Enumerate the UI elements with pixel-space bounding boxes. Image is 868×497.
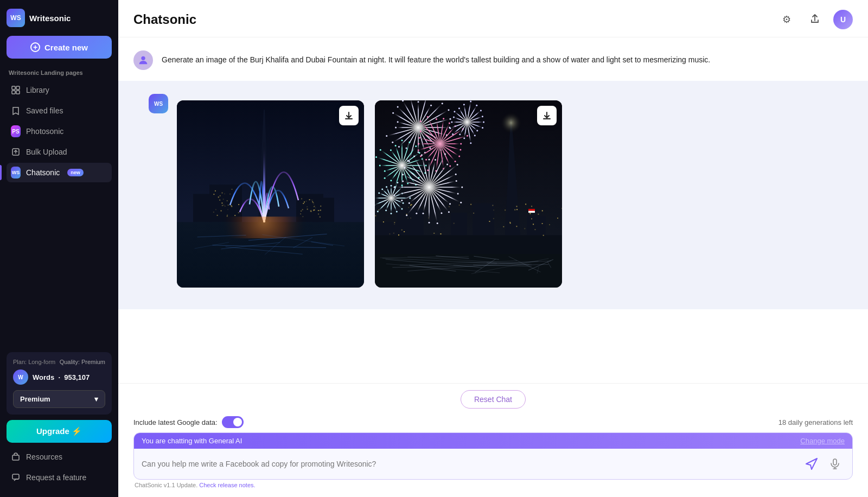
sidebar-item-label: Bulk Upload bbox=[26, 148, 67, 156]
sidebar-item-saved-files[interactable]: Saved files bbox=[7, 101, 112, 120]
chat-area: Generate an image of the Burj Khalifa an… bbox=[118, 37, 868, 383]
main-header: Chatsonic ⚙ U bbox=[118, 0, 868, 37]
upload-icon bbox=[11, 147, 21, 157]
gear-icon: ⚙ bbox=[782, 14, 791, 26]
svg-rect-1 bbox=[16, 86, 20, 90]
chat-input-wrapper: You are chatting with General AI Change … bbox=[133, 432, 853, 480]
check-release-notes-link[interactable]: Check release notes. bbox=[199, 482, 255, 488]
google-toggle-label: Include latest Google data: bbox=[133, 416, 244, 428]
plus-circle-icon: + bbox=[30, 42, 40, 52]
user-message-row: Generate an image of the Burj Khalifa an… bbox=[118, 50, 868, 81]
sidebar-item-request-feature[interactable]: Request a feature bbox=[7, 468, 112, 487]
generations-left: 18 daily generations left bbox=[778, 418, 853, 426]
sidebar-item-label: Chatsonic bbox=[26, 168, 60, 177]
photosonic-icon: PS bbox=[11, 126, 21, 136]
reset-chat-row: Reset Chat bbox=[133, 390, 853, 409]
sidebar-item-label: Library bbox=[26, 86, 49, 94]
logo-row: WS Writesonic bbox=[7, 9, 112, 27]
sidebar-item-resources[interactable]: Resources bbox=[7, 447, 112, 467]
mic-button[interactable] bbox=[825, 454, 845, 474]
svg-rect-11 bbox=[833, 459, 837, 465]
chat-footer: Reset Chat Include latest Google data: 1… bbox=[118, 383, 868, 497]
release-notes-bar: ChatSonic v1.1 Update. Check release not… bbox=[133, 480, 853, 488]
plan-label: Plan: Long-form bbox=[13, 359, 55, 365]
avatar[interactable]: U bbox=[833, 10, 853, 29]
new-badge: new bbox=[67, 169, 84, 176]
generated-image-2 bbox=[375, 100, 562, 288]
quality-label: Quality: Premium bbox=[60, 359, 105, 365]
words-row: W Words · 953,107 bbox=[13, 369, 105, 385]
ai-message-area: WS bbox=[118, 81, 868, 309]
sidebar-footer-items: Resources Request a feature bbox=[7, 447, 112, 487]
images-grid bbox=[177, 100, 562, 288]
svg-rect-9 bbox=[345, 118, 353, 119]
download-image-1-button[interactable] bbox=[339, 106, 359, 125]
sidebar-section-label: Writesonic Landing pages bbox=[7, 69, 112, 76]
chat-mode-bar: You are chatting with General AI Change … bbox=[134, 433, 852, 449]
chat-input[interactable] bbox=[142, 460, 798, 468]
sidebar-item-label: Saved files bbox=[26, 106, 63, 115]
sidebar-item-photosonic[interactable]: PS Photosonic bbox=[7, 122, 112, 141]
sidebar-item-label: Request a feature bbox=[26, 473, 86, 482]
send-button[interactable] bbox=[803, 456, 820, 472]
chat-input-row bbox=[134, 449, 852, 479]
share-icon bbox=[809, 13, 820, 27]
chevron-down-icon: ▾ bbox=[94, 395, 98, 403]
download-image-2-button[interactable] bbox=[537, 106, 557, 125]
app-name: Writesonic bbox=[29, 14, 71, 23]
logo-icon: WS bbox=[7, 9, 25, 27]
sidebar-bottom: Plan: Long-form Quality: Premium W Words… bbox=[7, 352, 112, 488]
google-toggle-row: Include latest Google data: 18 daily gen… bbox=[133, 416, 853, 428]
reset-chat-button[interactable]: Reset Chat bbox=[461, 390, 526, 409]
google-toggle[interactable] bbox=[222, 416, 244, 428]
comment-icon bbox=[11, 473, 21, 482]
sidebar-item-bulk-upload[interactable]: Bulk Upload bbox=[7, 142, 112, 162]
box-icon bbox=[11, 452, 21, 462]
plan-row: Plan: Long-form Quality: Premium bbox=[13, 359, 105, 365]
main-content: Chatsonic ⚙ U Generate an image o bbox=[118, 0, 868, 497]
sidebar-item-library[interactable]: Library bbox=[7, 80, 112, 100]
sidebar-item-label: Photosonic bbox=[26, 127, 63, 136]
chat-mode-text: You are chatting with General AI bbox=[142, 437, 242, 445]
chatsonic-icon: WS bbox=[11, 168, 21, 177]
svg-rect-6 bbox=[12, 455, 19, 460]
svg-rect-0 bbox=[12, 86, 15, 90]
premium-select[interactable]: Premium ▾ bbox=[13, 390, 105, 408]
svg-rect-3 bbox=[16, 91, 20, 94]
bookmark-icon bbox=[11, 106, 21, 116]
svg-rect-10 bbox=[543, 118, 551, 119]
sidebar: WS Writesonic + Create new Writesonic La… bbox=[0, 0, 118, 497]
settings-button[interactable]: ⚙ bbox=[777, 10, 796, 29]
ai-avatar: WS bbox=[149, 94, 168, 113]
words-icon: W bbox=[13, 369, 28, 385]
svg-rect-7 bbox=[12, 474, 19, 479]
generated-image-1 bbox=[177, 100, 364, 288]
create-new-button[interactable]: + Create new bbox=[7, 36, 112, 59]
page-title: Chatsonic bbox=[133, 12, 196, 27]
plan-info: Plan: Long-form Quality: Premium W Words… bbox=[7, 352, 112, 415]
svg-point-8 bbox=[141, 56, 145, 60]
share-button[interactable] bbox=[805, 10, 825, 29]
change-mode-link[interactable]: Change mode bbox=[800, 437, 845, 445]
sidebar-item-label: Resources bbox=[26, 453, 62, 461]
user-avatar bbox=[133, 50, 153, 70]
svg-rect-2 bbox=[12, 91, 15, 94]
header-actions: ⚙ U bbox=[777, 10, 853, 29]
upgrade-button[interactable]: Upgrade ⚡ bbox=[7, 420, 112, 443]
grid-icon bbox=[11, 85, 21, 95]
user-message-text: Generate an image of the Burj Khalifa an… bbox=[162, 50, 710, 66]
sidebar-item-chatsonic[interactable]: WS Chatsonic new bbox=[7, 163, 112, 182]
words-count: Words · 953,107 bbox=[33, 373, 90, 381]
